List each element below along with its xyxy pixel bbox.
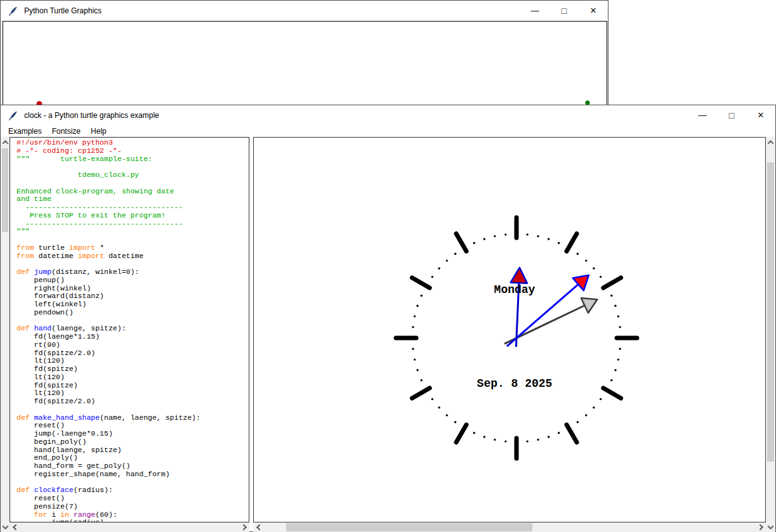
window-title: clock - a Python turtle graphics example bbox=[24, 111, 159, 120]
code-line: """ turtle-example-suite: bbox=[16, 155, 249, 164]
scroll-right-button[interactable] bbox=[756, 522, 766, 532]
window-title: Python Turtle Graphics bbox=[24, 6, 102, 15]
code-line: register_shape(name, hand_form) bbox=[16, 470, 249, 479]
close-button[interactable]: ✕ bbox=[579, 1, 608, 20]
code-line: ------------------------------------ bbox=[16, 220, 249, 228]
menu-examples[interactable]: Examples bbox=[3, 126, 47, 137]
chevron-up-icon bbox=[768, 139, 774, 146]
clock-window: clock - a Python turtle graphics example… bbox=[0, 105, 776, 532]
clock-canvas: Monday Sep. 8 2025 bbox=[253, 137, 766, 522]
clock-titlebar: clock - a Python turtle graphics example… bbox=[1, 105, 775, 125]
code-horizontal-scrollbar[interactable] bbox=[10, 522, 249, 532]
clock-weekday: Monday bbox=[494, 283, 536, 296]
close-button[interactable]: ✕ bbox=[746, 105, 775, 125]
minimize-button[interactable]: — bbox=[688, 105, 717, 125]
scroll-left-button[interactable] bbox=[253, 522, 263, 532]
canvas-vertical-scrollbar[interactable] bbox=[766, 137, 775, 532]
maximize-button[interactable]: □ bbox=[717, 105, 746, 125]
maximize-button[interactable]: □ bbox=[549, 1, 579, 20]
code-text[interactable]: #!/usr/bin/env python3# -*- coding: cp12… bbox=[10, 137, 249, 522]
code-line: """ bbox=[16, 228, 249, 236]
canvas-horizontal-scrollbar[interactable] bbox=[253, 522, 766, 532]
scroll-right-button[interactable] bbox=[239, 522, 249, 532]
scrollbar-thumb[interactable] bbox=[286, 523, 532, 531]
scroll-down-button[interactable] bbox=[1, 522, 10, 532]
python-feather-icon bbox=[8, 6, 18, 16]
menubar: ExamplesFontsizeHelp bbox=[1, 125, 775, 137]
chevron-up-icon bbox=[2, 139, 8, 146]
code-line: tdemo_clock.py bbox=[16, 171, 249, 179]
python-feather-icon bbox=[8, 110, 18, 120]
code-line: fd(spitze/2.0) bbox=[16, 398, 249, 406]
code-line: pendown() bbox=[16, 309, 249, 317]
chevron-down-icon bbox=[2, 523, 8, 529]
clock-svg: Monday Sep. 8 2025 bbox=[254, 138, 765, 522]
code-vertical-scrollbar[interactable] bbox=[1, 137, 10, 532]
chevron-right-icon bbox=[757, 524, 763, 531]
clock-date: Sep. 8 2025 bbox=[477, 377, 553, 390]
scrollbar-thumb[interactable] bbox=[2, 148, 8, 232]
chevron-left-icon bbox=[12, 524, 18, 531]
scroll-up-button[interactable] bbox=[1, 137, 10, 147]
chevron-right-icon bbox=[240, 524, 247, 531]
chevron-down-icon bbox=[768, 523, 774, 529]
chevron-left-icon bbox=[256, 524, 262, 531]
minimize-button[interactable]: — bbox=[520, 1, 549, 20]
scroll-left-button[interactable] bbox=[10, 522, 20, 532]
menu-fontsize[interactable]: Fontsize bbox=[47, 126, 86, 137]
turtle-graphics-titlebar: Python Turtle Graphics — □ ✕ bbox=[1, 1, 608, 20]
scroll-down-button[interactable] bbox=[766, 522, 775, 532]
code-line: from datetime import datetime bbox=[16, 252, 249, 261]
scrollbar-thumb[interactable] bbox=[767, 162, 774, 462]
clock-face bbox=[396, 217, 637, 458]
scroll-up-button[interactable] bbox=[766, 137, 775, 147]
menu-help[interactable]: Help bbox=[86, 126, 112, 137]
